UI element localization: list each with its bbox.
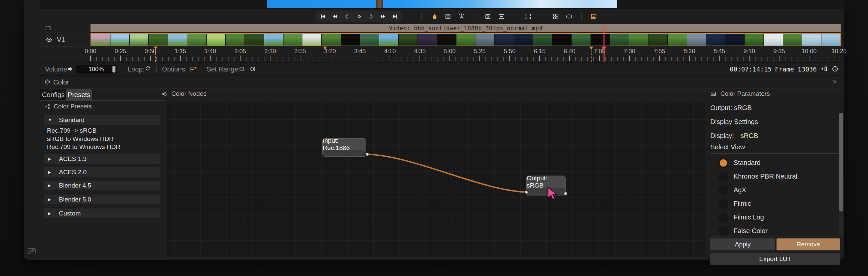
ruler-major-tick <box>90 56 91 61</box>
radio-button[interactable] <box>718 226 728 236</box>
remove-button[interactable]: Remove <box>776 238 840 250</box>
preset-group-blender-5-0[interactable]: ▶Blender 5.0 <box>44 195 160 204</box>
player-toolbar <box>40 8 844 24</box>
ruler-minor-tick <box>443 57 444 61</box>
display-label: Display: <box>710 132 734 139</box>
ruler-major-tick <box>210 56 211 61</box>
node-input-rec1886[interactable]: Input: Rec.1886 <box>322 138 366 157</box>
ruler-minor-tick <box>563 57 564 61</box>
node-graph-canvas[interactable]: Input: Rec.1886 Output: sRGB <box>165 102 705 258</box>
skip-end-button[interactable] <box>391 12 400 20</box>
apply-button[interactable]: Apply <box>710 238 775 250</box>
ruler-major-tick <box>749 56 750 61</box>
ruler-minor-tick <box>737 57 738 61</box>
radio-button[interactable] <box>718 199 728 209</box>
clip-thumbnail <box>360 34 379 45</box>
fast-forward-button[interactable] <box>379 12 388 20</box>
time-ruler[interactable]: 0:000:250:501:151:402:052:302:553:203:45… <box>40 46 844 62</box>
tab-configs[interactable]: Configs <box>40 89 66 100</box>
ruler-major-tick <box>599 56 600 61</box>
scene-person-icon[interactable] <box>458 12 465 20</box>
options-value[interactable]: F* <box>190 66 197 73</box>
close-icon[interactable] <box>832 79 839 85</box>
letterbox-icon[interactable] <box>497 12 505 20</box>
output-port[interactable] <box>564 192 567 196</box>
speaker-icon[interactable] <box>67 66 74 73</box>
ruler-minor-tick <box>743 57 744 61</box>
display-value[interactable]: sRGB <box>741 132 758 139</box>
volume-slider[interactable]: 100% <box>76 65 117 73</box>
preset-group-custom[interactable]: ▶Custom <box>44 208 160 218</box>
ruler-time-label: 2:55 <box>294 48 306 55</box>
ruler-time-label: 5:00 <box>444 48 456 55</box>
triangle-right-icon[interactable]: ▶ <box>48 170 53 175</box>
preset-group-blender-4-5[interactable]: ▶Blender 4.5 <box>44 180 160 190</box>
clock-icon[interactable] <box>831 65 839 73</box>
preset-group-standard[interactable]: ▼Standard <box>44 115 160 125</box>
triangle-down-icon[interactable]: ▼ <box>48 118 53 123</box>
view-option-filmic-log[interactable]: Filmic Log <box>718 210 764 224</box>
step-forward-button[interactable] <box>367 12 375 20</box>
parameters-panel-icon <box>710 91 716 97</box>
timeline[interactable]: Video: bbb_sunflower_1080p_30fps_normal.… <box>40 24 844 62</box>
clip-thumbnail <box>322 34 341 45</box>
ruler-minor-tick <box>767 57 768 61</box>
scrollbar-thumb[interactable] <box>839 113 843 211</box>
track-visibility-eye-icon[interactable] <box>45 36 53 43</box>
triangle-right-icon[interactable]: ▶ <box>48 211 53 216</box>
view-option-standard[interactable]: Standard <box>718 156 761 170</box>
set-range-label: Set Range: <box>207 66 240 73</box>
node-title[interactable]: Input: Rec.1886 <box>323 139 366 150</box>
play-button[interactable] <box>355 12 363 20</box>
clip-name-bar[interactable]: Video: bbb_sunflower_1080p_30fps_normal.… <box>91 24 841 32</box>
triangle-right-icon[interactable]: ▶ <box>48 157 53 161</box>
ruler-major-tick <box>120 56 121 61</box>
screen-shape-icon[interactable] <box>565 12 573 20</box>
radio-button[interactable] <box>718 185 728 195</box>
clip-thumbnail <box>552 34 571 45</box>
range-marker-handle[interactable] <box>154 46 158 49</box>
radio-button[interactable] <box>718 212 728 222</box>
volume-slider-handle[interactable] <box>113 66 116 72</box>
set-range-in-icon[interactable] <box>239 66 246 73</box>
ruler-minor-tick <box>234 57 235 61</box>
image-overlay-icon[interactable] <box>590 12 597 20</box>
ruler-minor-tick <box>264 57 265 61</box>
skip-start-button[interactable] <box>318 12 327 20</box>
preset-group-aces-1-3[interactable]: ▶ACES 1.3 <box>44 154 160 164</box>
step-back-button[interactable] <box>343 12 351 20</box>
tab-presets[interactable]: Presets <box>66 89 92 100</box>
output-port[interactable] <box>365 152 369 156</box>
radio-button[interactable] <box>718 158 728 168</box>
view-option-agx[interactable]: AgX <box>718 183 746 197</box>
scrollbar[interactable] <box>839 113 843 236</box>
set-range-out-icon[interactable] <box>249 66 256 73</box>
safe-area-icon[interactable] <box>484 12 492 20</box>
export-lut-button[interactable]: Export LUT <box>710 253 840 265</box>
rewind-button[interactable] <box>331 12 339 20</box>
jump-to-frame-icon[interactable] <box>820 65 828 73</box>
range-marker-handle[interactable] <box>323 46 327 49</box>
triangle-right-icon[interactable]: ▶ <box>48 197 53 202</box>
triangle-right-icon[interactable]: ▶ <box>48 183 53 188</box>
view-option-false-color[interactable]: False Color <box>718 224 768 238</box>
radio-button[interactable] <box>718 172 728 181</box>
color-adjust-icon[interactable] <box>431 12 438 20</box>
ruler-minor-tick <box>246 57 247 61</box>
input-port[interactable] <box>524 190 528 194</box>
view-option-khronos-pbr-neutral[interactable]: Khronos PBR Neutral <box>718 170 797 183</box>
video-clip-thumbnails[interactable] <box>91 33 841 46</box>
fullscreen-icon[interactable] <box>524 12 532 20</box>
range-marker-handle[interactable] <box>589 46 593 49</box>
ruler-minor-tick <box>833 57 833 61</box>
tile-view-icon[interactable] <box>552 12 560 20</box>
view-option-filmic[interactable]: Filmic <box>718 197 751 210</box>
playhead-handle[interactable] <box>601 46 607 51</box>
preset-item[interactable]: sRGB to Windows HDR <box>47 135 114 143</box>
preset-group-aces-2-0[interactable]: ▶ACES 2.0 <box>44 167 160 177</box>
loop-icon[interactable] <box>145 66 152 73</box>
preset-item[interactable]: Rec.709 -> sRGB <box>47 127 96 134</box>
dither-grid-icon[interactable] <box>444 12 452 20</box>
clip-thumbnail <box>245 34 264 45</box>
preset-item[interactable]: Rec.709 to Windows HDR <box>47 143 120 151</box>
